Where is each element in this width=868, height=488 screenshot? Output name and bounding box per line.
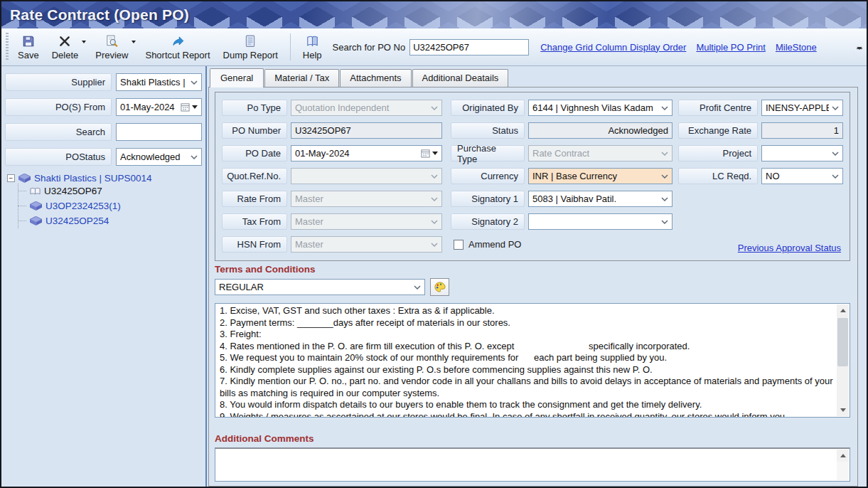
- format-terms-button[interactable]: [430, 278, 449, 296]
- originated-by-select[interactable]: 6144 | Vighnesh Vilas Kadam: [528, 100, 673, 116]
- chevron-down-icon: [661, 197, 668, 201]
- tab-additional-details[interactable]: Additional Deatails: [412, 69, 509, 87]
- supplier-select[interactable]: Shakti Plastics | SUPS: [116, 73, 202, 91]
- ammend-po-checkbox[interactable]: [454, 240, 464, 250]
- profit-centre-select[interactable]: INENSY-APPLE: [761, 100, 843, 116]
- preview-button[interactable]: Preview: [89, 32, 134, 62]
- scroll-up-icon[interactable]: [837, 304, 849, 317]
- terms-text: 1. Excise, VAT, GST and such other taxes…: [220, 305, 834, 417]
- report-icon: [244, 34, 257, 48]
- quick-search-input[interactable]: [120, 127, 198, 137]
- toolbar-grip[interactable]: [6, 33, 9, 61]
- originated-by-label: Originated By: [451, 100, 525, 116]
- diamond-icon: [30, 201, 42, 211]
- postatus-label: POStatus: [5, 148, 112, 166]
- terms-section: Terms and Conditions REGULAR: [215, 264, 850, 418]
- status-label: Status: [451, 122, 525, 139]
- signatory2-select[interactable]: [528, 213, 673, 230]
- po-number-field: U32425OP67: [291, 122, 442, 139]
- tab-general[interactable]: General: [210, 68, 264, 87]
- left-filter-panel: Supplier Shakti Plastics | SUPS PO(S) Fr…: [1, 66, 207, 487]
- preview-label: Preview: [95, 50, 128, 60]
- calendar-icon: [181, 102, 190, 112]
- po-from-datepicker[interactable]: 01-May-2024: [116, 98, 202, 116]
- title-bar: Rate Contract (Open PO): [1, 1, 867, 28]
- chevron-down-icon: [832, 174, 839, 179]
- dump-report-label: Dump Report: [223, 50, 278, 60]
- app-window: Rate Contract (Open PO) Save Delete Prev…: [0, 0, 868, 488]
- lc-reqd-select[interactable]: NO: [761, 168, 843, 184]
- help-button[interactable]: Help: [296, 32, 328, 62]
- tree-item-po[interactable]: U32425OP67: [18, 184, 205, 198]
- po-date-label: PO Date: [222, 145, 287, 161]
- chevron-down-icon: [832, 152, 839, 156]
- tree-item-po[interactable]: U32425OP254: [18, 213, 205, 228]
- signatory1-select[interactable]: 5083 | Vaibhav Patil.: [528, 191, 673, 207]
- delete-dropdown-caret[interactable]: [82, 41, 86, 43]
- change-grid-order-link[interactable]: Change Grid Column Display Order: [540, 42, 686, 53]
- chevron-down-icon: [832, 106, 839, 110]
- main-area: General Material / Tax Attachments Addit…: [207, 66, 867, 487]
- chevron-down-icon: [414, 285, 421, 290]
- currency-select[interactable]: INR | Base Currency: [528, 168, 673, 184]
- exchange-rate-label: Exchange Rate: [678, 122, 758, 139]
- po-date-datepicker[interactable]: 01-May-2024: [291, 145, 442, 161]
- chevron-down-icon: [661, 106, 668, 110]
- terms-textarea[interactable]: 1. Excise, VAT, GST and such other taxes…: [215, 303, 850, 418]
- terms-scrollbar[interactable]: [837, 304, 849, 416]
- scroll-down-icon[interactable]: [837, 404, 849, 416]
- search-po-input[interactable]: [409, 39, 529, 55]
- po-type-select: Quotation Independent: [291, 100, 442, 116]
- tab-attachments[interactable]: Attachments: [340, 69, 411, 87]
- scroll-up-icon[interactable]: [837, 450, 849, 462]
- tree-root-supplier[interactable]: − Shakti Plastics | SUPS0014: [7, 173, 205, 184]
- tab-material-tax[interactable]: Material / Tax: [264, 69, 339, 87]
- scrollbar-thumb[interactable]: [837, 318, 848, 366]
- toolbar-separator: [290, 33, 291, 60]
- postatus-select[interactable]: Acknowledged: [116, 148, 202, 166]
- diamond-icon: [18, 174, 31, 183]
- toolbar: Save Delete Preview Shortcut Report: [1, 28, 867, 66]
- shortcut-report-button[interactable]: Shortcut Report: [139, 32, 216, 62]
- tree-item-po[interactable]: U3OP2324253(1): [18, 198, 205, 213]
- po-header-groupbox: Po Type Quotation Independent PO Number …: [215, 92, 850, 261]
- delete-button[interactable]: Delete: [45, 32, 85, 62]
- chevron-down-icon: [191, 155, 198, 159]
- signatory2-label: Signatory 2: [451, 213, 525, 230]
- comments-scrollbar[interactable]: [837, 450, 849, 480]
- terms-template-select[interactable]: REGULAR: [215, 279, 425, 295]
- general-tab-panel: Po Type Quotation Independent PO Number …: [208, 87, 858, 487]
- hsn-from-select: Master: [291, 236, 442, 253]
- previous-approval-status-link[interactable]: Previous Approval Status: [738, 243, 841, 253]
- chevron-down-icon: [191, 80, 198, 85]
- preview-dropdown-caret[interactable]: [132, 41, 136, 43]
- comments-textarea[interactable]: [215, 447, 850, 482]
- purchase-type-label: Purchase Type: [451, 145, 525, 161]
- chevron-down-icon: [431, 243, 438, 247]
- po-number-label: PO Number: [222, 122, 287, 139]
- dump-report-button[interactable]: Dump Report: [217, 32, 284, 62]
- project-select[interactable]: [761, 145, 843, 161]
- delete-label: Delete: [52, 50, 79, 60]
- quot-ref-select: [291, 168, 442, 184]
- chevron-down-icon: [431, 197, 438, 201]
- rate-from-label: Rate From: [222, 191, 287, 207]
- tree-collapse-icon[interactable]: −: [7, 174, 15, 182]
- milestone-link[interactable]: MileStone: [776, 42, 817, 53]
- toolbar-overflow-button[interactable]: [856, 48, 863, 63]
- multiple-po-print-link[interactable]: Multiple PO Print: [696, 42, 766, 53]
- search-po-label: Search for PO No: [333, 42, 406, 53]
- tab-bar: General Material / Tax Attachments Addit…: [208, 68, 858, 87]
- po-from-label: PO(S) From: [5, 98, 112, 116]
- calendar-icon: [421, 149, 430, 158]
- terms-title: Terms and Conditions: [215, 264, 850, 275]
- comments-text: [220, 450, 834, 481]
- tax-from-label: Tax From: [222, 213, 287, 230]
- date-dropdown-caret: [192, 105, 198, 109]
- shortcut-arrow-icon: [171, 34, 185, 48]
- rate-from-select: Master: [291, 191, 442, 207]
- save-button[interactable]: Save: [11, 32, 45, 62]
- quick-search-label: Search: [5, 123, 112, 141]
- signatory1-label: Signatory 1: [451, 191, 525, 207]
- chevron-down-icon: [431, 174, 438, 179]
